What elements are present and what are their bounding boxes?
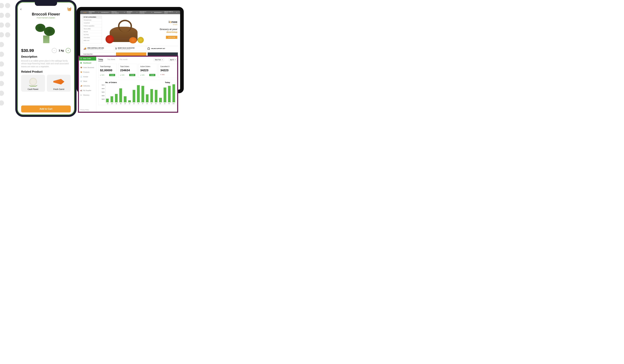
category-item[interactable]: Dry fruits [82,33,102,36]
trust-title: ONLINE SUPPORT 24/7 [151,48,165,49]
kpi-card: Total Orders 234634 ▴ +23%Details [118,64,137,78]
increase-button[interactable]: + [66,48,71,53]
nav-link[interactable]: PERSONAL CARE [88,11,100,14]
details-button[interactable]: Details [129,74,135,76]
sidebar-item[interactable]: 🧾Invoice [79,74,96,79]
top-nav: HOMEPERSONAL CAREHOUSEHOLDFRUITS & VEGET… [80,11,180,14]
bar [146,94,149,102]
date-select[interactable]: April 0 [169,58,177,61]
menu-item-label: Stock [83,80,87,82]
category-item[interactable]: Baby care [82,39,102,42]
brand-logo: ionwe [160,20,177,24]
chart-title: No. of Orders [105,81,117,83]
x-tick: 45 [132,102,136,104]
dashboard-panel: ☰ New Order ▦Dashboard📦Order Received🧺Pr… [78,56,178,113]
category-item[interactable]: Fruits & vegetables [82,24,102,27]
product-subtitle: From Farmer's Garden [17,17,75,19]
menu-icon: ☰ [80,58,82,60]
y-tick: $500 [100,88,104,89]
menu-item-icon: 📦 [80,67,82,68]
new-order-button[interactable]: ☰ New Order [79,57,96,61]
hero-tagline-2: doortstep [160,31,177,34]
sidebar-item[interactable]: 🚛My Supplier [79,88,96,93]
kpi-delta: ▾ +38% [160,74,165,75]
tab-week[interactable]: This Week [107,59,115,61]
sidebar-item[interactable]: ▦Dashboard [79,61,96,65]
kpi-title: Active Orders [140,66,155,68]
y-tick: $300 [100,95,104,97]
x-tick: 89 [167,102,171,104]
details-button[interactable]: Details [109,74,115,76]
x-tick: 32 [114,102,119,104]
menu-item-label: Directory [83,94,89,96]
trust-cell: $MONEY BACK GUARANTEE100% money back gua… [114,46,146,51]
kpi-value: 234634 [120,69,135,72]
category-item[interactable]: Household [82,22,102,24]
related-name: Cauli Flower [23,88,44,90]
menu-item-icon: 🛒 [80,80,82,82]
product-title: Broccoli Flower [17,12,75,16]
x-tick: 67 [149,102,154,104]
cart-icon[interactable]: 🧺 [67,7,72,11]
bar [106,99,109,102]
sidebar-item[interactable]: 📦Order Received [79,65,96,70]
sidebar-item[interactable]: 🛒Stock [79,79,96,83]
shop-now-button[interactable]: SHOP NOW [166,36,177,39]
menu-item-label: Invoice [83,76,88,77]
menu-item-icon: 🚚 [80,85,82,87]
description-text: Broccoli is an edible green plant in the… [21,59,71,68]
related-card[interactable]: Fresh Carrot [47,75,71,92]
x-tick: 20 [110,102,114,104]
nav-link[interactable]: BEVERAGES [153,12,163,13]
trust-cell: 🎧ONLINE SUPPORT 24/7 [146,46,178,51]
related-card[interactable]: Cauli Flower [21,75,45,92]
trust-title: FREE SHIPPING & RETURN [87,47,104,49]
menu-item-label: My Supplier [83,90,91,91]
related-heading: Related Product [21,70,71,73]
quantity-value: 1 kg [59,49,64,52]
nav-link[interactable]: HOUSEHOLD [100,12,110,13]
x-tick: 55 [154,102,158,104]
carrot-icon [53,78,64,85]
kpi-delta: ▴ +32% [100,74,104,76]
bar [133,90,135,102]
sidebar-item[interactable]: 🚚Deliveries [79,83,96,88]
nav-link[interactable]: BRANDED FOODS [126,11,138,14]
tab-month[interactable]: This month [119,59,128,61]
menu-item-label: Deliveries [83,85,90,87]
tab-today[interactable]: Today [98,58,103,61]
phone-notch [35,2,57,6]
decrease-button[interactable]: − [52,48,57,53]
product-price: $30.99 [21,48,34,53]
related-name: Fresh Carrot [48,88,69,90]
bar [150,89,153,102]
product-image [17,19,75,48]
nav-link[interactable]: BREAD DAIRY & EGGS [163,11,178,14]
location-select[interactable]: New York [154,58,164,61]
hero-image [104,16,149,43]
decorative-dots [0,0,13,114]
kpi-card: Total Earnings $2,00000 ▴ +32%Details [98,64,117,78]
y-tick: $200 [100,98,104,100]
bar [110,96,113,102]
trust-row: 🚚FREE SHIPPING & RETURNFree shipping on … [82,46,178,51]
bar [124,96,126,102]
back-icon[interactable]: ‹ [20,7,22,11]
sidebar-item[interactable]: 🧺Products [79,70,96,74]
nav-link[interactable]: GROCERY & STAPLES [139,11,153,14]
sidebar-item[interactable]: 🗂Directory [79,93,96,97]
category-item[interactable]: Personal care [82,19,102,22]
category-item[interactable]: Chocolates [82,36,102,39]
nav-link[interactable]: FRUITS & VEGETABLES [110,11,125,14]
privacy-link[interactable]: Privacy Policy [79,108,96,112]
category-item[interactable]: Tea & coffee [82,27,102,30]
details-button[interactable]: Details [149,74,155,76]
sidebar: ☰ New Order ▦Dashboard📦Order Received🧺Pr… [79,57,96,112]
bar [159,98,162,102]
kpi-title: Total Earnings [100,66,115,68]
description-heading: Description [21,55,71,58]
nav-link[interactable]: HOME [82,12,87,13]
add-to-cart-button[interactable]: Add to Cart [21,105,71,112]
trust-icon: $ [115,47,117,50]
category-item[interactable]: Biscuits [82,30,102,33]
